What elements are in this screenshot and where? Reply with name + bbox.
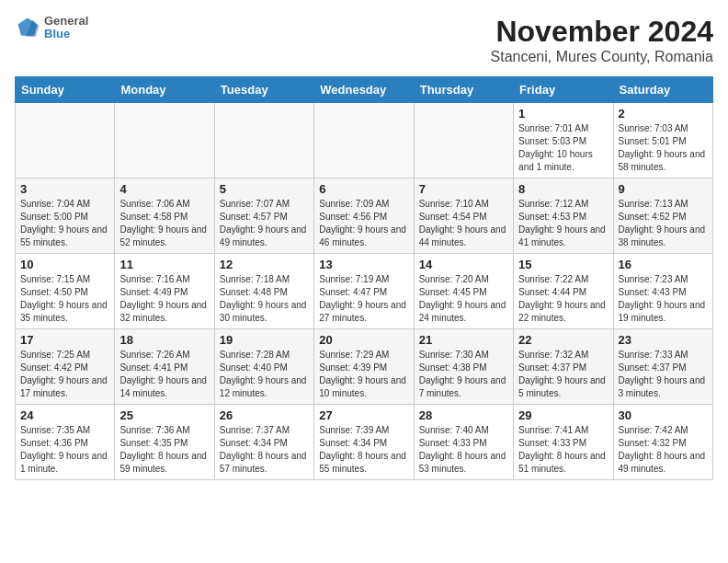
day-cell: 27Sunrise: 7:39 AM Sunset: 4:34 PM Dayli… xyxy=(314,405,414,480)
logo: General Blue xyxy=(15,15,88,41)
day-info: Sunrise: 7:35 AM Sunset: 4:36 PM Dayligh… xyxy=(20,424,109,476)
week-row-2: 3Sunrise: 7:04 AM Sunset: 5:00 PM Daylig… xyxy=(16,178,713,254)
day-number: 14 xyxy=(419,258,508,271)
week-row-5: 24Sunrise: 7:35 AM Sunset: 4:36 PM Dayli… xyxy=(16,405,713,480)
day-number: 23 xyxy=(619,333,708,347)
day-cell: 25Sunrise: 7:36 AM Sunset: 4:35 PM Dayli… xyxy=(115,405,214,480)
day-info: Sunrise: 7:19 AM Sunset: 4:47 PM Dayligh… xyxy=(319,273,408,325)
day-cell: 8Sunrise: 7:12 AM Sunset: 4:53 PM Daylig… xyxy=(514,178,613,254)
day-number: 28 xyxy=(419,408,508,422)
day-number: 11 xyxy=(119,258,209,271)
calendar-subtitle: Stanceni, Mures County, Romania xyxy=(491,49,713,65)
header-monday: Monday xyxy=(115,77,214,103)
day-number: 1 xyxy=(518,107,608,121)
day-info: Sunrise: 7:28 AM Sunset: 4:40 PM Dayligh… xyxy=(220,349,309,400)
logo-text2: Blue xyxy=(44,28,88,40)
calendar-table: SundayMondayTuesdayWednesdayThursdayFrid… xyxy=(15,76,713,480)
day-info: Sunrise: 7:04 AM Sunset: 5:00 PM Dayligh… xyxy=(20,198,109,249)
day-cell xyxy=(314,103,414,178)
day-number: 8 xyxy=(518,182,608,196)
header-friday: Friday xyxy=(514,77,613,103)
day-info: Sunrise: 7:13 AM Sunset: 4:52 PM Dayligh… xyxy=(619,198,708,249)
day-number: 27 xyxy=(319,408,408,422)
day-cell: 24Sunrise: 7:35 AM Sunset: 4:36 PM Dayli… xyxy=(16,405,115,480)
day-cell xyxy=(115,103,214,178)
day-info: Sunrise: 7:33 AM Sunset: 4:37 PM Dayligh… xyxy=(619,349,708,400)
day-info: Sunrise: 7:40 AM Sunset: 4:33 PM Dayligh… xyxy=(419,424,508,476)
day-number: 15 xyxy=(518,258,608,271)
day-info: Sunrise: 7:01 AM Sunset: 5:03 PM Dayligh… xyxy=(518,122,608,174)
day-info: Sunrise: 7:37 AM Sunset: 4:34 PM Dayligh… xyxy=(220,424,309,476)
day-info: Sunrise: 7:09 AM Sunset: 4:56 PM Dayligh… xyxy=(319,198,408,249)
day-info: Sunrise: 7:20 AM Sunset: 4:45 PM Dayligh… xyxy=(419,273,508,325)
logo-text1: General xyxy=(44,15,88,28)
day-number: 5 xyxy=(220,182,309,196)
day-number: 30 xyxy=(619,408,708,422)
day-info: Sunrise: 7:42 AM Sunset: 4:32 PM Dayligh… xyxy=(619,424,708,476)
day-number: 16 xyxy=(619,258,708,271)
day-cell: 6Sunrise: 7:09 AM Sunset: 4:56 PM Daylig… xyxy=(314,178,414,254)
day-number: 18 xyxy=(119,333,209,347)
day-cell: 7Sunrise: 7:10 AM Sunset: 4:54 PM Daylig… xyxy=(414,178,513,254)
day-info: Sunrise: 7:29 AM Sunset: 4:39 PM Dayligh… xyxy=(319,349,408,400)
day-number: 4 xyxy=(119,182,209,196)
day-cell: 14Sunrise: 7:20 AM Sunset: 4:45 PM Dayli… xyxy=(414,254,513,329)
day-cell: 21Sunrise: 7:30 AM Sunset: 4:38 PM Dayli… xyxy=(414,329,513,405)
day-number: 24 xyxy=(20,408,109,422)
day-cell: 1Sunrise: 7:01 AM Sunset: 5:03 PM Daylig… xyxy=(514,103,613,178)
day-cell: 26Sunrise: 7:37 AM Sunset: 4:34 PM Dayli… xyxy=(214,405,313,480)
day-cell: 16Sunrise: 7:23 AM Sunset: 4:43 PM Dayli… xyxy=(613,254,712,329)
header-thursday: Thursday xyxy=(414,77,513,103)
header-tuesday: Tuesday xyxy=(214,77,313,103)
day-cell: 29Sunrise: 7:41 AM Sunset: 4:33 PM Dayli… xyxy=(514,405,613,480)
day-info: Sunrise: 7:39 AM Sunset: 4:34 PM Dayligh… xyxy=(319,424,408,476)
day-cell xyxy=(214,103,313,178)
calendar-header-row: SundayMondayTuesdayWednesdayThursdayFrid… xyxy=(16,77,713,103)
day-number: 9 xyxy=(619,182,708,196)
day-cell: 12Sunrise: 7:18 AM Sunset: 4:48 PM Dayli… xyxy=(214,254,313,329)
week-row-3: 10Sunrise: 7:15 AM Sunset: 4:50 PM Dayli… xyxy=(16,254,713,329)
day-cell: 4Sunrise: 7:06 AM Sunset: 4:58 PM Daylig… xyxy=(115,178,214,254)
calendar-title: November 2024 xyxy=(491,15,713,49)
day-number: 7 xyxy=(419,182,508,196)
day-cell: 2Sunrise: 7:03 AM Sunset: 5:01 PM Daylig… xyxy=(613,103,712,178)
header-sunday: Sunday xyxy=(16,77,115,103)
day-info: Sunrise: 7:16 AM Sunset: 4:49 PM Dayligh… xyxy=(119,273,209,325)
day-info: Sunrise: 7:06 AM Sunset: 4:58 PM Dayligh… xyxy=(119,198,209,249)
day-number: 26 xyxy=(220,408,309,422)
header-wednesday: Wednesday xyxy=(314,77,414,103)
day-cell: 11Sunrise: 7:16 AM Sunset: 4:49 PM Dayli… xyxy=(115,254,214,329)
header-saturday: Saturday xyxy=(613,77,712,103)
day-cell: 5Sunrise: 7:07 AM Sunset: 4:57 PM Daylig… xyxy=(214,178,313,254)
day-cell xyxy=(414,103,513,178)
day-number: 12 xyxy=(220,258,309,271)
week-row-4: 17Sunrise: 7:25 AM Sunset: 4:42 PM Dayli… xyxy=(16,329,713,405)
day-info: Sunrise: 7:18 AM Sunset: 4:48 PM Dayligh… xyxy=(220,273,309,325)
day-number: 21 xyxy=(419,333,508,347)
day-number: 13 xyxy=(319,258,408,271)
day-cell: 9Sunrise: 7:13 AM Sunset: 4:52 PM Daylig… xyxy=(613,178,712,254)
day-cell xyxy=(16,103,115,178)
day-number: 29 xyxy=(518,408,608,422)
week-row-1: 1Sunrise: 7:01 AM Sunset: 5:03 PM Daylig… xyxy=(16,103,713,178)
day-number: 19 xyxy=(220,333,309,347)
day-info: Sunrise: 7:23 AM Sunset: 4:43 PM Dayligh… xyxy=(619,273,708,325)
day-number: 10 xyxy=(20,258,109,271)
day-info: Sunrise: 7:03 AM Sunset: 5:01 PM Dayligh… xyxy=(619,122,708,174)
day-number: 17 xyxy=(20,333,109,347)
day-cell: 20Sunrise: 7:29 AM Sunset: 4:39 PM Dayli… xyxy=(314,329,414,405)
day-number: 3 xyxy=(20,182,109,196)
day-cell: 10Sunrise: 7:15 AM Sunset: 4:50 PM Dayli… xyxy=(16,254,115,329)
day-cell: 3Sunrise: 7:04 AM Sunset: 5:00 PM Daylig… xyxy=(16,178,115,254)
day-info: Sunrise: 7:36 AM Sunset: 4:35 PM Dayligh… xyxy=(119,424,209,476)
day-info: Sunrise: 7:15 AM Sunset: 4:50 PM Dayligh… xyxy=(20,273,109,325)
day-cell: 13Sunrise: 7:19 AM Sunset: 4:47 PM Dayli… xyxy=(314,254,414,329)
day-number: 6 xyxy=(319,182,408,196)
day-cell: 15Sunrise: 7:22 AM Sunset: 4:44 PM Dayli… xyxy=(514,254,613,329)
day-number: 22 xyxy=(518,333,608,347)
day-cell: 22Sunrise: 7:32 AM Sunset: 4:37 PM Dayli… xyxy=(514,329,613,405)
logo-icon xyxy=(15,15,40,40)
header: General Blue November 2024 Stanceni, Mur… xyxy=(15,15,713,65)
day-info: Sunrise: 7:22 AM Sunset: 4:44 PM Dayligh… xyxy=(518,273,608,325)
day-info: Sunrise: 7:32 AM Sunset: 4:37 PM Dayligh… xyxy=(518,349,608,400)
